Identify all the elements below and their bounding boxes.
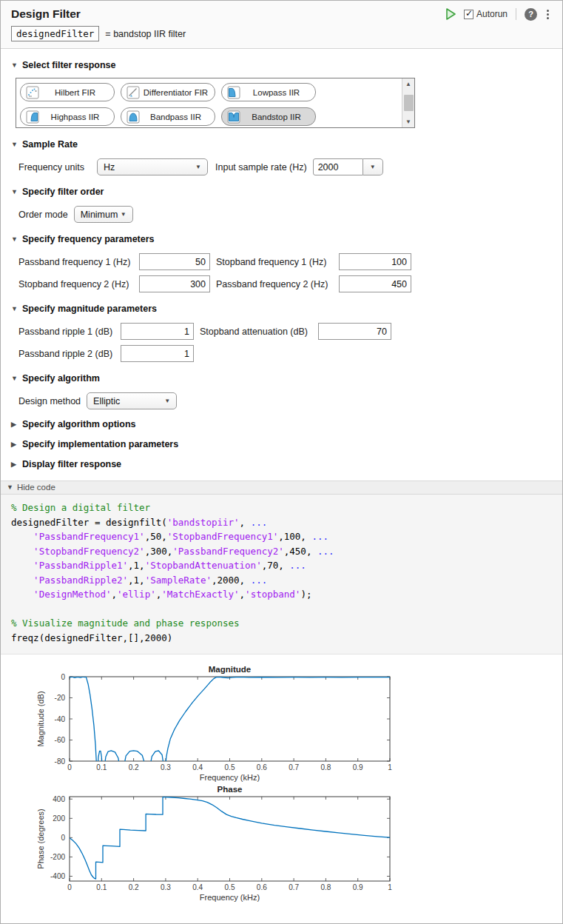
chevron-down-icon: ▼ <box>11 188 18 195</box>
frequency-units-label: Frequency units <box>18 162 97 173</box>
parameter-input[interactable] <box>318 323 391 340</box>
frequency-units-dropdown[interactable]: Hz ▼ <box>97 158 208 175</box>
overflow-menu-icon[interactable] <box>544 8 552 21</box>
run-icon[interactable] <box>444 7 457 21</box>
generated-code-block: % Design a digital filterdesignedFilter … <box>1 495 562 654</box>
svg-text:200: 200 <box>53 814 65 823</box>
svg-text:1: 1 <box>388 883 392 891</box>
svg-text:0.5: 0.5 <box>225 883 235 891</box>
section-display-filter-response[interactable]: ▶ Display filter response <box>11 459 552 469</box>
autorun-toggle[interactable]: Autorun <box>464 9 508 19</box>
svg-text:-80: -80 <box>55 757 66 766</box>
parameter-input[interactable] <box>121 345 194 362</box>
bandpass-iir-icon <box>127 110 140 124</box>
autorun-checkbox[interactable] <box>464 10 473 19</box>
svg-text:0: 0 <box>61 673 65 681</box>
svg-text:-40: -40 <box>55 715 66 723</box>
chevron-down-icon: ▼ <box>11 305 18 312</box>
section-label: Specify filter order <box>22 187 104 197</box>
code-line: % Design a digital filter <box>11 500 562 515</box>
magnitude-parameters-grid: Passband ripple 1 (dB)Stopband attenuati… <box>18 323 552 362</box>
scrollbar[interactable]: ▲ ▼ <box>402 78 414 127</box>
parameter-input[interactable] <box>339 253 411 270</box>
input-sample-rate-combobox[interactable]: 2000 ▼ <box>313 158 383 175</box>
design-filter-task: Design Filter Autorun ? designedFilter =… <box>0 0 563 924</box>
filter-response-option[interactable]: Highpass IIR <box>20 107 115 126</box>
filter-order-row: Order mode Minimum ▼ <box>18 206 552 223</box>
svg-text:Magnitude (dB): Magnitude (dB) <box>36 691 45 746</box>
svg-text:0.5: 0.5 <box>225 763 235 771</box>
filter-response-option-label: Bandstop IIR <box>240 113 312 121</box>
scroll-up-icon[interactable]: ▲ <box>403 78 414 90</box>
magnitude-chart: Magnitude00.10.20.30.40.50.60.70.80.910-… <box>21 663 421 783</box>
phase-chart: Phase00.10.20.30.40.50.60.70.80.91400200… <box>21 783 421 903</box>
filter-response-option[interactable]: Differentiator FIR <box>121 83 215 101</box>
code-line: 'DesignMethod','ellip','MatchExactly','s… <box>11 587 562 602</box>
chevron-down-icon: ▼ <box>11 375 18 382</box>
svg-text:400: 400 <box>53 795 65 803</box>
design-method-dropdown[interactable]: Elliptic ▼ <box>87 392 177 409</box>
hide-code-toggle[interactable]: ▼ Hide code <box>1 481 562 495</box>
section-algorithm[interactable]: ▼ Specify algorithm <box>11 373 552 384</box>
parameter-label: Passband ripple 2 (dB) <box>18 349 115 359</box>
parameter-input[interactable] <box>121 323 194 340</box>
chevron-right-icon: ▶ <box>11 461 18 468</box>
filter-response-options: Hilbert FIRDifferentiator FIRLowpass IIR… <box>16 78 402 127</box>
svg-text:Frequency (kHz): Frequency (kHz) <box>200 773 260 782</box>
frequency-units-value: Hz <box>104 162 115 173</box>
svg-text:-400: -400 <box>50 872 65 880</box>
filter-response-option[interactable]: Hilbert FIR <box>20 83 115 101</box>
section-frequency-parameters[interactable]: ▼ Specify frequency parameters <box>11 234 552 244</box>
header-divider <box>516 8 516 20</box>
frequency-parameters-grid: Passband frequency 1 (Hz)Stopband freque… <box>18 253 552 292</box>
section-implementation-parameters[interactable]: ▶ Specify implementation parameters <box>11 439 552 449</box>
parameter-label: Stopband frequency 1 (Hz) <box>216 257 333 267</box>
chevron-right-icon: ▶ <box>11 421 18 428</box>
output-row: designedFilter = bandstop IIR filter <box>1 22 562 48</box>
parameter-input[interactable] <box>139 253 210 270</box>
filter-response-option-label: Differentiator FIR <box>140 88 212 97</box>
filter-response-option[interactable]: Bandstop IIR <box>221 107 316 126</box>
parameter-label: Passband ripple 1 (dB) <box>18 327 115 337</box>
help-icon[interactable]: ? <box>525 8 537 21</box>
filter-response-option-label: Bandpass IIR <box>140 113 212 121</box>
code-line <box>11 602 562 617</box>
svg-text:0.9: 0.9 <box>353 883 363 891</box>
svg-text:0.3: 0.3 <box>161 763 171 771</box>
parameter-input[interactable] <box>139 275 210 292</box>
input-sample-rate-value[interactable]: 2000 <box>313 158 363 175</box>
highpass-iir-icon <box>26 110 39 124</box>
svg-text:0.7: 0.7 <box>289 763 299 771</box>
chevron-down-icon[interactable]: ▼ <box>363 158 383 175</box>
order-mode-label: Order mode <box>18 210 68 220</box>
chevron-down-icon: ▼ <box>195 164 201 170</box>
svg-text:-20: -20 <box>55 694 66 702</box>
output-variable-field[interactable]: designedFilter <box>11 26 99 41</box>
page-title: Design Filter <box>11 7 81 21</box>
output-description: = bandstop IIR filter <box>105 29 186 39</box>
design-method-label: Design method <box>18 396 81 406</box>
code-line: 'PassbandRipple1',1,'StopbandAttenuation… <box>11 558 562 573</box>
input-sample-rate-label: Input sample rate (Hz) <box>215 162 307 173</box>
parameter-input[interactable] <box>339 275 411 292</box>
svg-text:Frequency (kHz): Frequency (kHz) <box>200 893 260 902</box>
svg-text:Magnitude: Magnitude <box>209 665 252 674</box>
scrollbar-thumb[interactable] <box>404 95 414 111</box>
section-select-filter-response[interactable]: ▼ Select filter response <box>11 60 552 70</box>
svg-text:0.2: 0.2 <box>129 763 139 771</box>
scroll-down-icon[interactable]: ▼ <box>403 116 414 127</box>
section-label: Display filter response <box>22 459 121 469</box>
svg-text:0.4: 0.4 <box>192 883 203 891</box>
section-sample-rate[interactable]: ▼ Sample Rate <box>11 139 552 150</box>
order-mode-dropdown[interactable]: Minimum ▼ <box>74 206 133 223</box>
chevron-down-icon: ▼ <box>121 211 127 218</box>
section-magnitude-parameters[interactable]: ▼ Specify magnitude parameters <box>11 304 552 314</box>
filter-response-option[interactable]: Bandpass IIR <box>121 107 215 126</box>
header-separator <box>1 48 562 49</box>
section-algorithm-options[interactable]: ▶ Specify algorithm options <box>11 419 552 429</box>
section-filter-order[interactable]: ▼ Specify filter order <box>11 187 552 197</box>
svg-text:0.8: 0.8 <box>320 763 331 771</box>
task-body: ▼ Select filter response Hilbert FIRDiff… <box>1 60 562 469</box>
svg-text:0.1: 0.1 <box>96 763 107 771</box>
filter-response-option[interactable]: Lowpass IIR <box>221 83 316 101</box>
